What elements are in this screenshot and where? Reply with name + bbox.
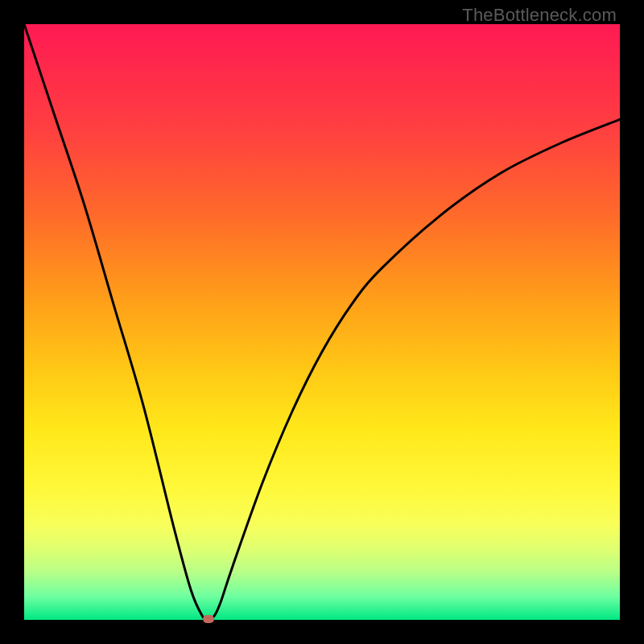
bottleneck-curve-line <box>24 24 620 620</box>
watermark-text: TheBottleneck.com <box>462 5 617 26</box>
optimum-marker <box>203 615 214 623</box>
chart-frame: TheBottleneck.com <box>0 0 644 644</box>
curve-svg <box>24 24 620 620</box>
plot-area <box>24 24 620 620</box>
